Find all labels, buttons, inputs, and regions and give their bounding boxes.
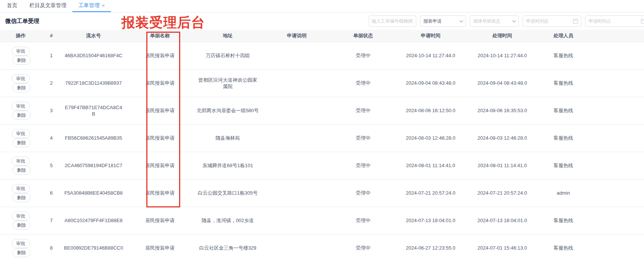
- row-apply-time: 2024-08-01 11:14:41.0: [394, 152, 467, 179]
- approve-button[interactable]: 审批: [12, 47, 30, 56]
- row-doc-name: 居民报装申请: [126, 179, 194, 207]
- approve-button[interactable]: 审批: [12, 239, 30, 248]
- row-serial: FB56C686261545A89B35: [61, 124, 126, 152]
- delete-button[interactable]: 删除: [12, 138, 31, 147]
- delete-button[interactable]: 删除: [12, 83, 31, 92]
- row-serial: A80C102479FF4F1D88E8: [61, 207, 126, 234]
- header-index: #: [41, 30, 61, 42]
- row-handler: 客服热线: [538, 234, 589, 259]
- row-address: 随县瀚林苑: [194, 124, 262, 152]
- row-filler: [589, 207, 644, 234]
- header-apply-time: 申请时间: [394, 30, 467, 42]
- tab-bar: 首页 栏目及文章管理 工单管理 ×: [0, 0, 644, 12]
- apply-time-end-input[interactable]: 申请时间止: [585, 15, 644, 27]
- order-type-select[interactable]: 报装申请: [420, 15, 466, 27]
- tab-article-management[interactable]: 栏目及文章管理: [23, 0, 72, 12]
- row-process-time: 2024-08-03 12:46:28.0: [467, 124, 538, 152]
- approve-button[interactable]: 审批: [12, 157, 30, 166]
- order-status-select[interactable]: 选择单据状态: [470, 15, 519, 27]
- row-serial: 7922F18C3D11439B8937: [61, 69, 126, 97]
- calendar-icon: [573, 19, 578, 24]
- row-status: 受理中: [332, 124, 394, 152]
- delete-button[interactable]: 删除: [12, 56, 31, 65]
- row-process-time: 2024-08-06 16:35:53.0: [467, 97, 538, 124]
- row-address: 万店镇石桥村十四组: [194, 42, 262, 69]
- row-note: [262, 42, 332, 69]
- tab-work-orders[interactable]: 工单管理 ×: [72, 0, 111, 12]
- order-type-select-value: 报装申请: [423, 18, 442, 24]
- delete-button[interactable]: 删除: [12, 221, 31, 230]
- row-filler: [589, 69, 644, 97]
- row-serial: 2CA4607598194DF181C7: [61, 152, 126, 179]
- row-index: 3: [41, 97, 61, 124]
- row-status: 受理中: [332, 42, 394, 69]
- delete-button[interactable]: 删除: [12, 111, 31, 120]
- row-address: 曾都区沿河大道神农公园家属院: [194, 69, 262, 97]
- row-handler: 客服热线: [538, 124, 589, 152]
- work-order-table: 操作 # 流水号 单据名称 地址 申请说明 单据状态 申请时间 处理时间 处理人…: [0, 30, 644, 259]
- table-body: 审批删除 1 46BA3D51504F46168F4C 居民报装申请 万店镇石桥…: [0, 42, 644, 259]
- row-index: 1: [41, 42, 61, 69]
- row-handler: 客服热线: [538, 97, 589, 124]
- delete-button[interactable]: 删除: [12, 166, 31, 175]
- row-process-time: 2024-08-01 11:14:41.0: [467, 152, 538, 179]
- filter-bar: 报装申请 选择单据状态 申请时间起 申请时间止: [369, 15, 644, 27]
- row-filler: [589, 124, 644, 152]
- row-address: 东城舜井道68号1栋101: [194, 152, 262, 179]
- row-filler: [589, 152, 644, 179]
- row-status: 受理中: [332, 207, 394, 234]
- header-note: 申请说明: [262, 30, 332, 42]
- operation-cell: 审批删除: [0, 124, 41, 152]
- header-filler: [589, 30, 644, 42]
- row-handler: admin: [538, 179, 589, 207]
- row-index: 7: [41, 207, 61, 234]
- row-handler: 客服热线: [538, 42, 589, 69]
- operation-cell: 审批删除: [0, 234, 41, 259]
- row-serial: E79F47BB71E74DCA8C4B: [61, 97, 126, 124]
- operation-cell: 审批删除: [0, 69, 41, 97]
- row-filler: [589, 42, 644, 69]
- table-row: 审批删除 5 2CA4607598194DF181C7 居民报装申请 东城舜井道…: [0, 152, 644, 179]
- delete-button[interactable]: 删除: [12, 248, 31, 257]
- chevron-down-icon: [460, 19, 463, 23]
- row-process-time: 2024-07-01 15:46:13.0: [467, 234, 538, 259]
- tab-work-orders-label: 工单管理: [78, 2, 100, 9]
- apply-time-end-placeholder: 申请时间止: [589, 18, 611, 24]
- operation-cell: 审批删除: [0, 42, 41, 69]
- row-serial: BE00892DE79146B88CC0: [61, 234, 126, 259]
- row-serial: F5A30848B6EE40458CB8: [61, 179, 126, 207]
- table-row: 审批删除 7 A80C102479FF4F1D88E8 居民报装申请 随县，淮河…: [0, 207, 644, 234]
- tab-home[interactable]: 首页: [1, 0, 23, 12]
- row-apply-time: 2024-07-13 18:04:01.0: [394, 207, 467, 234]
- row-index: 2: [41, 69, 61, 97]
- row-doc-name: 居民报装申请: [126, 207, 194, 234]
- chevron-down-icon: [512, 19, 516, 23]
- row-index: 8: [41, 234, 61, 259]
- delete-button[interactable]: 删除: [12, 193, 31, 202]
- order-status-select-placeholder: 选择单据状态: [473, 18, 500, 24]
- row-doc-name: 居民报装申请: [126, 97, 194, 124]
- approve-button[interactable]: 审批: [12, 184, 30, 193]
- order-number-search-input[interactable]: [369, 15, 416, 27]
- row-address: 北郊两水沟居委会一组580号: [194, 97, 262, 124]
- close-icon[interactable]: ×: [102, 3, 105, 8]
- row-apply-time: 2024-08-06 16:12:50.0: [394, 97, 467, 124]
- row-apply-time: 2024-07-21 20:57:24.0: [394, 179, 467, 207]
- table-row: 审批删除 1 46BA3D51504F46168F4C 居民报装申请 万店镇石桥…: [0, 42, 644, 69]
- approve-button[interactable]: 审批: [12, 129, 30, 138]
- calendar-icon: [641, 19, 644, 24]
- row-doc-name: 居民报装申请: [126, 69, 194, 97]
- row-filler: [589, 97, 644, 124]
- apply-time-start-placeholder: 申请时间起: [526, 18, 549, 24]
- row-status: 受理中: [332, 234, 394, 259]
- header-handler: 处理人员: [538, 30, 589, 42]
- table-row: 审批删除 8 BE00892DE79146B88CC0 居民报装申请 白云社区金…: [0, 234, 644, 259]
- table-row: 审批删除 4 FB56C686261545A89B35 居民报装申请 随县瀚林苑…: [0, 124, 644, 152]
- approve-button[interactable]: 审批: [12, 212, 30, 221]
- approve-button[interactable]: 审批: [12, 102, 30, 111]
- operation-cell: 审批删除: [0, 179, 41, 207]
- apply-time-start-input[interactable]: 申请时间起: [523, 15, 581, 27]
- approve-button[interactable]: 审批: [12, 74, 30, 83]
- page-title: 微信工单受理: [5, 18, 39, 25]
- row-note: [262, 207, 332, 234]
